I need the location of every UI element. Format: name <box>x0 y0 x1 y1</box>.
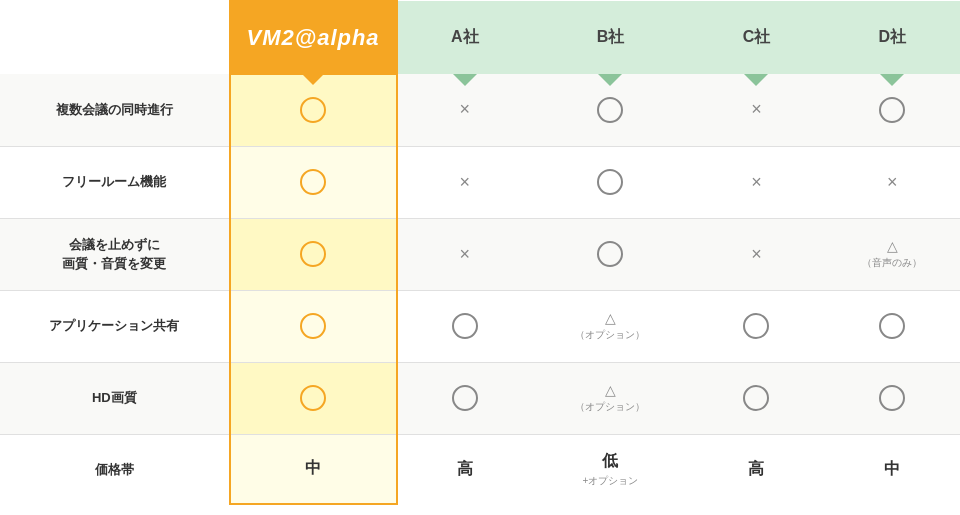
circle-mark <box>300 241 326 267</box>
triangle-mark: △（音声のみ） <box>828 239 956 270</box>
col-b-cell: △（オプション） <box>532 362 689 434</box>
circle-mark <box>597 169 623 195</box>
vm-title: VM2@alpha <box>246 25 379 50</box>
circle-mark <box>452 385 478 411</box>
table-row: フリールーム機能××× <box>0 146 960 218</box>
col-b-header: B社 <box>532 1 689 74</box>
col-a-cell <box>397 362 533 434</box>
sub-text: +オプション <box>536 474 685 488</box>
triangle-mark: △（オプション） <box>536 311 685 342</box>
col-c-header: C社 <box>689 1 825 74</box>
col-a-label: A社 <box>451 28 479 45</box>
col-c-cell: × <box>689 146 825 218</box>
feature-cell: 価格帯 <box>0 434 230 504</box>
sub-text: （オプション） <box>536 328 685 342</box>
sub-text: （オプション） <box>536 400 685 414</box>
table-row: 価格帯中高低+オプション高中 <box>0 434 960 504</box>
col-d-header: D社 <box>824 1 960 74</box>
circle-mark <box>879 97 905 123</box>
vm-cell <box>230 146 397 218</box>
feature-cell: 複数会議の同時進行 <box>0 74 230 146</box>
col-b-label: B社 <box>597 28 625 45</box>
table-row: HD画質△（オプション） <box>0 362 960 434</box>
feature-cell: フリールーム機能 <box>0 146 230 218</box>
price-cell: 高 <box>748 462 764 477</box>
triangle-mark: △（オプション） <box>536 383 685 414</box>
price-cell: 低+オプション <box>536 454 685 488</box>
col-c-cell: × <box>689 218 825 290</box>
col-a-cell: × <box>397 146 533 218</box>
comparison-table: VM2@alpha A社 B社 C社 D社 複数会議の同時進行××フリールーム機… <box>0 0 960 515</box>
vm-cell <box>230 290 397 362</box>
circle-mark <box>300 97 326 123</box>
circle-mark <box>597 241 623 267</box>
col-a-header: A社 <box>397 1 533 74</box>
col-d-cell: 中 <box>824 434 960 504</box>
col-a-cell <box>397 290 533 362</box>
price-value: 中 <box>305 459 321 476</box>
col-c-cell <box>689 290 825 362</box>
cross-mark: × <box>751 244 762 264</box>
col-a-cell: × <box>397 218 533 290</box>
circle-mark <box>743 385 769 411</box>
col-d-cell: × <box>824 146 960 218</box>
circle-mark <box>300 169 326 195</box>
col-c-cell: 高 <box>689 434 825 504</box>
vm-cell <box>230 362 397 434</box>
col-b-cell: △（オプション） <box>532 290 689 362</box>
cross-mark: × <box>460 99 471 119</box>
col-c-label: C社 <box>743 28 771 45</box>
circle-mark <box>452 313 478 339</box>
price-cell: 高 <box>457 462 473 477</box>
vm-header: VM2@alpha <box>230 1 397 74</box>
cross-mark: × <box>460 244 471 264</box>
feature-cell: 会議を止めずに画質・音質を変更 <box>0 218 230 290</box>
col-b-cell: 低+オプション <box>532 434 689 504</box>
col-d-cell: △（音声のみ） <box>824 218 960 290</box>
table-row: 複数会議の同時進行×× <box>0 74 960 146</box>
circle-mark <box>300 313 326 339</box>
col-a-cell: 高 <box>397 434 533 504</box>
col-d-cell <box>824 362 960 434</box>
feature-cell: HD画質 <box>0 362 230 434</box>
circle-mark <box>743 313 769 339</box>
circle-mark <box>879 313 905 339</box>
price-cell: 中 <box>884 462 900 477</box>
col-b-cell <box>532 146 689 218</box>
cross-mark: × <box>751 172 762 192</box>
col-d-label: D社 <box>878 28 906 45</box>
sub-text: （音声のみ） <box>828 256 956 270</box>
vm-cell <box>230 218 397 290</box>
cross-mark: × <box>887 172 898 192</box>
cross-mark: × <box>751 99 762 119</box>
col-c-cell <box>689 362 825 434</box>
circle-mark <box>300 385 326 411</box>
table-row: アプリケーション共有△（オプション） <box>0 290 960 362</box>
circle-mark <box>879 385 905 411</box>
vm-cell: 中 <box>230 434 397 504</box>
feature-cell: アプリケーション共有 <box>0 290 230 362</box>
col-d-cell <box>824 290 960 362</box>
feature-header <box>0 1 230 74</box>
circle-mark <box>597 97 623 123</box>
col-b-cell <box>532 218 689 290</box>
cross-mark: × <box>460 172 471 192</box>
table-row: 会議を止めずに画質・音質を変更××△（音声のみ） <box>0 218 960 290</box>
